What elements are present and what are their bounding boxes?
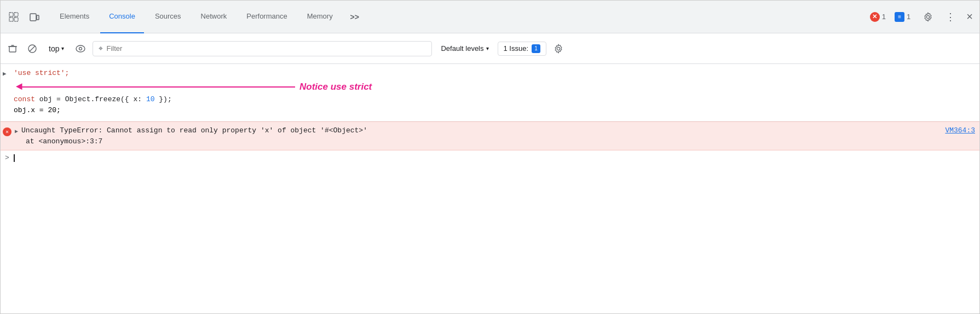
use-strict-code: 'use strict'; — [14, 69, 975, 77]
error-row-main: ▶ Uncaught TypeError: Cannot assign to r… — [1, 122, 979, 137]
filter-container: ⌖ — [93, 41, 432, 56]
console-content: ▶ 'use strict'; ◄ Notice use strict — [1, 64, 979, 314]
kebab-menu-button[interactable]: ⋮ — [941, 9, 960, 25]
settings-button[interactable] — [919, 8, 937, 26]
error-stack-trace: at <anonymous>:3:7 — [1, 137, 979, 150]
close-devtools-button[interactable]: × — [964, 8, 975, 25]
error-count-badge[interactable]: ✕ 1 — [870, 12, 886, 22]
log-levels-label: Default levels — [441, 44, 483, 53]
svg-rect-1 — [14, 13, 18, 16]
error-icon: ✕ — [870, 12, 880, 22]
tab-console[interactable]: Console — [100, 1, 144, 33]
input-cursor — [14, 154, 15, 162]
expand-arrow[interactable]: ▶ — [3, 69, 14, 77]
const-line: const obj = Object.freeze({ x: 10 }); — [1, 95, 979, 106]
tab-network[interactable]: Network — [192, 1, 236, 33]
filter-input[interactable] — [106, 44, 426, 53]
inspect-element-button[interactable] — [5, 8, 22, 26]
tab-performance[interactable]: Performance — [238, 1, 296, 33]
svg-point-9 — [79, 47, 82, 50]
issues-counter[interactable]: 1 Issue: 1 — [498, 42, 547, 56]
svg-rect-2 — [9, 18, 13, 21]
arrow-shaft — [21, 86, 295, 88]
obj-x-line: obj.x = 20; — [1, 106, 979, 117]
obj-x-code: obj.x = 20; — [14, 106, 975, 114]
execution-context-label: top — [49, 44, 59, 53]
issue-count: 1 — [534, 45, 538, 51]
tab-memory[interactable]: Memory — [298, 1, 342, 33]
filter-icon: ⌖ — [99, 44, 103, 53]
error-expand-arrow[interactable]: ▶ — [15, 128, 18, 135]
message-icon: ≡ — [895, 12, 904, 22]
execution-context-selector[interactable]: top ▾ — [44, 42, 68, 55]
devtools-icons — [5, 8, 43, 26]
console-settings-button[interactable] — [551, 41, 566, 56]
tab-bar-right: ✕ 1 ≡ 1 ⋮ × — [870, 8, 975, 26]
svg-rect-0 — [9, 13, 13, 16]
code-block: ▶ 'use strict'; ◄ Notice use strict — [1, 64, 979, 121]
const-indent — [3, 95, 14, 96]
error-row: ▶ Uncaught TypeError: Cannot assign to r… — [1, 121, 979, 150]
eye-icon-button[interactable] — [73, 41, 88, 56]
error-icon — [3, 127, 11, 136]
message-count: 1 — [907, 13, 910, 21]
svg-rect-3 — [14, 18, 18, 21]
device-toolbar-button[interactable] — [26, 8, 43, 26]
issue-count-badge: 1 — [532, 44, 540, 53]
tab-bar: Elements Console Sources Network Perform… — [1, 1, 979, 33]
svg-rect-4 — [30, 14, 36, 21]
svg-rect-5 — [37, 15, 39, 20]
error-source-link[interactable]: VM364:3 — [945, 126, 975, 135]
use-strict-string: 'use strict'; — [14, 69, 69, 77]
log-levels-selector[interactable]: Default levels ▾ — [436, 42, 493, 55]
obj-indent — [3, 106, 14, 107]
svg-rect-6 — [9, 46, 16, 52]
annotation-row: ◄ Notice use strict — [1, 79, 979, 95]
no-filter-button[interactable] — [25, 41, 40, 56]
tab-elements[interactable]: Elements — [51, 1, 98, 33]
log-levels-arrow: ▾ — [486, 45, 489, 51]
dropdown-arrow: ▾ — [61, 45, 64, 51]
console-input-line: > — [1, 150, 979, 165]
use-strict-line[interactable]: ▶ 'use strict'; — [1, 68, 979, 79]
issue-label: 1 Issue: — [504, 44, 529, 53]
input-prompt: > — [5, 154, 9, 162]
error-count: 1 — [882, 13, 886, 21]
const-code: const obj = Object.freeze({ x: 10 }); — [14, 95, 975, 103]
error-message-text: Uncaught TypeError: Cannot assign to rea… — [21, 126, 937, 135]
console-toolbar: top ▾ ⌖ Default levels ▾ 1 Issue: 1 — [1, 33, 979, 64]
tab-sources[interactable]: Sources — [146, 1, 190, 33]
clear-console-button[interactable] — [5, 41, 20, 56]
more-tabs-button[interactable]: >> — [346, 8, 364, 26]
message-count-badge[interactable]: ≡ 1 — [895, 12, 910, 22]
notice-label: Notice use strict — [299, 82, 372, 92]
svg-point-8 — [76, 45, 85, 52]
